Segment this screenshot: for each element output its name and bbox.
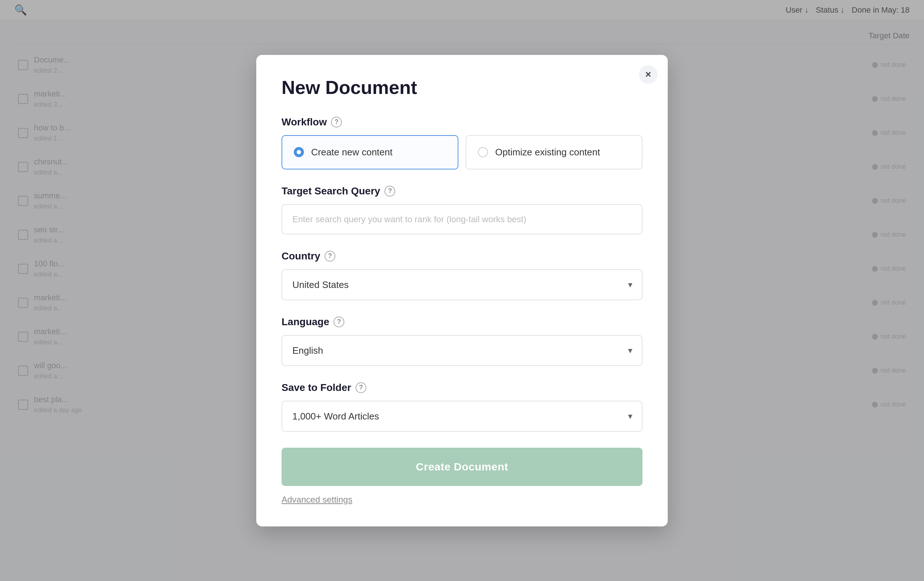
save-to-folder-label-row: Save to Folder ? <box>282 382 642 394</box>
country-select-wrapper: United StatesUnited KingdomCanadaAustral… <box>282 269 642 300</box>
optimize-radio-circle <box>478 147 488 157</box>
create-radio-circle <box>294 147 304 157</box>
save-to-folder-help-icon[interactable]: ? <box>356 382 366 393</box>
country-section: Country ? United StatesUnited KingdomCan… <box>282 250 642 300</box>
save-to-folder-label: Save to Folder <box>282 382 351 394</box>
language-help-icon[interactable]: ? <box>333 316 344 327</box>
modal-title: New Document <box>282 76 642 98</box>
workflow-optimize-option[interactable]: Optimize existing content <box>465 135 642 169</box>
workflow-section: Workflow ? Create new content Optimize e… <box>282 116 642 169</box>
language-section: Language ? EnglishSpanishFrenchGerman ▾ <box>282 316 642 366</box>
advanced-settings-link[interactable]: Advanced settings <box>282 495 352 505</box>
optimize-option-label: Optimize existing content <box>495 147 600 158</box>
target-search-query-label: Target Search Query <box>282 185 380 197</box>
target-search-query-section: Target Search Query ? <box>282 185 642 235</box>
new-document-modal: × New Document Workflow ? Create new con… <box>256 55 668 526</box>
modal-overlay: × New Document Workflow ? Create new con… <box>0 0 924 581</box>
workflow-label: Workflow <box>282 116 327 128</box>
save-to-folder-section: Save to Folder ? 1,000+ Word ArticlesSho… <box>282 382 642 432</box>
language-select-wrapper: EnglishSpanishFrenchGerman ▾ <box>282 335 642 366</box>
country-label: Country <box>282 250 320 262</box>
language-label: Language <box>282 316 329 328</box>
workflow-options: Create new content Optimize existing con… <box>282 135 642 169</box>
country-help-icon[interactable]: ? <box>325 251 335 262</box>
country-select[interactable]: United StatesUnited KingdomCanadaAustral… <box>282 269 642 300</box>
folder-select-wrapper: 1,000+ Word ArticlesShort ArticlesBlog P… <box>282 401 642 432</box>
workflow-label-row: Workflow ? <box>282 116 642 128</box>
create-option-label: Create new content <box>311 147 392 158</box>
close-icon: × <box>645 69 651 80</box>
country-label-row: Country ? <box>282 250 642 262</box>
target-search-query-label-row: Target Search Query ? <box>282 185 642 197</box>
search-query-input[interactable] <box>282 204 642 235</box>
folder-select[interactable]: 1,000+ Word ArticlesShort ArticlesBlog P… <box>282 401 642 432</box>
target-search-query-help-icon[interactable]: ? <box>384 186 395 197</box>
workflow-help-icon[interactable]: ? <box>331 117 342 127</box>
language-label-row: Language ? <box>282 316 642 328</box>
language-select[interactable]: EnglishSpanishFrenchGerman <box>282 335 642 366</box>
create-document-button[interactable]: Create Document <box>282 448 642 486</box>
modal-close-button[interactable]: × <box>639 65 658 84</box>
workflow-create-option[interactable]: Create new content <box>282 135 459 169</box>
